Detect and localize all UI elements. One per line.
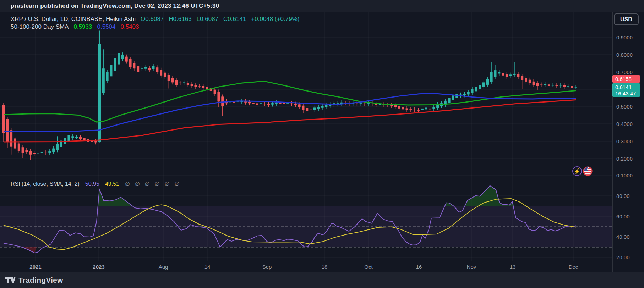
- sma-label: 50-100-200 Day SMA: [11, 23, 69, 31]
- time-tick-label: 2023: [93, 264, 104, 270]
- empty-indicator-slot-icon: ∅: [125, 181, 130, 187]
- price-tick-label: 0.1000: [616, 172, 633, 178]
- rsi-tick-label: 40.00: [616, 234, 630, 240]
- rsi-ma-value: 49.51: [105, 181, 119, 187]
- sma200-value: 0.5403: [120, 23, 139, 31]
- axis-separator: [612, 12, 613, 272]
- empty-indicator-slot-icon: ∅: [135, 181, 140, 187]
- tradingview-brand-text[interactable]: TradingView: [18, 276, 63, 284]
- last-price-badge: 0.6141 16:43:47: [612, 83, 640, 97]
- ohlc-high: H0.6163: [169, 16, 191, 23]
- price-tick-label: 0.9000: [616, 34, 633, 40]
- time-tick-label: 2021: [29, 264, 41, 270]
- price-tick-label: 0.2000: [616, 156, 633, 162]
- boost-lightning-icon[interactable]: ⚡: [572, 166, 582, 176]
- time-tick-label: Aug: [159, 264, 168, 270]
- bar-countdown: 16:43:47: [615, 90, 637, 97]
- price-tick-label: 0.8000: [616, 52, 633, 58]
- us-flag-graphic: [583, 166, 593, 176]
- publish-topbar: praslearn published on TradingView.com, …: [0, 0, 644, 12]
- ohlc-open: O0.6087: [141, 16, 164, 23]
- sma50-value: 0.5933: [73, 23, 92, 31]
- currency-toggle-button[interactable]: USD: [614, 13, 639, 25]
- sma100-value: 0.5504: [97, 23, 115, 31]
- time-tick-label: Sep: [262, 264, 272, 270]
- ohlc-change: +0.0048 (+0.79%): [251, 16, 299, 23]
- empty-indicator-slot-icon: ∅: [145, 181, 150, 187]
- time-tick-label: 14: [204, 264, 211, 270]
- price-tick-label: 0.5000: [616, 104, 633, 110]
- tradingview-published-chart: praslearn published on TradingView.com, …: [0, 0, 644, 288]
- rsi-value: 50.95: [85, 181, 99, 187]
- price-tick-label: 0.7000: [616, 69, 633, 75]
- time-tick-label: 16: [416, 264, 422, 270]
- sma-legend: 50-100-200 Day SMA 0.5933 0.5504 0.5403: [11, 23, 139, 31]
- empty-indicator-slot-icon: ∅: [175, 181, 180, 187]
- ohlc-close: C0.6141: [223, 16, 246, 23]
- time-tick-label: Dec: [569, 264, 578, 270]
- footer-bar: TradingView: [0, 272, 644, 288]
- empty-indicator-slot-icon: ∅: [165, 181, 170, 187]
- rsi-label: RSI (14, close, SMA, 14, 2): [11, 181, 80, 187]
- chart-canvas[interactable]: [0, 0, 644, 288]
- rsi-tick-label: 80.00: [616, 193, 630, 199]
- time-tick-label: Nov: [467, 264, 476, 270]
- price-tick-label: 0.4000: [616, 121, 633, 127]
- tradingview-logo-icon: [5, 276, 16, 285]
- rsi-tick-label: 20.00: [616, 254, 630, 260]
- ohlc-low: L0.6087: [197, 16, 218, 23]
- alert-price-badge: 0.6158: [612, 75, 640, 83]
- us-flag-icon[interactable]: [583, 166, 593, 176]
- time-tick-label: 18: [322, 264, 328, 270]
- time-axis-separator: [0, 261, 644, 261]
- rsi-tick-label: 60.00: [616, 214, 630, 220]
- symbol-legend: XRP / U.S. Dollar, 1D, COINBASE, Heikin …: [11, 16, 299, 23]
- symbol-title: XRP / U.S. Dollar, 1D, COINBASE, Heikin …: [11, 16, 136, 23]
- empty-indicator-slot-icon: ∅: [155, 181, 160, 187]
- publish-info-text: praslearn published on TradingView.com, …: [11, 2, 219, 10]
- price-tick-label: 0.3000: [616, 138, 633, 144]
- pane-separator[interactable]: [0, 177, 644, 177]
- time-tick-label: 13: [510, 264, 516, 270]
- rsi-legend: RSI (14, close, SMA, 14, 2) 50.95 49.51 …: [11, 181, 180, 187]
- time-tick-label: Oct: [364, 264, 372, 270]
- rsi-empty-slots: ∅∅∅∅∅∅: [125, 181, 180, 187]
- last-price-value: 0.6141: [615, 84, 637, 90]
